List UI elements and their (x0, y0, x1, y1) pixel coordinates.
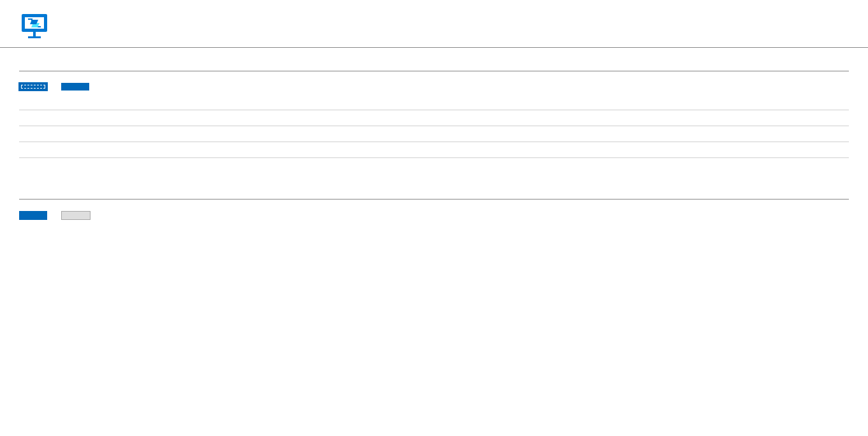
virtual-network-table (19, 226, 849, 231)
column-header-network[interactable] (467, 226, 583, 231)
column-header-enabled-kubernetes[interactable] (152, 226, 243, 231)
virtual-switch-title (19, 68, 849, 71)
column-header-vlan-id[interactable] (376, 226, 467, 231)
column-header-gateway[interactable] (583, 226, 707, 231)
virtual-switch-table (19, 97, 849, 158)
virtual-network-title (19, 196, 849, 200)
add-virtual-switch-button[interactable] (19, 83, 47, 91)
delete-virtual-network-button (61, 211, 90, 220)
column-header-subnet-mask[interactable] (708, 226, 849, 231)
column-header-name[interactable] (19, 226, 152, 231)
networking-icon (19, 10, 50, 41)
virtual-network-section (0, 196, 868, 231)
table-row[interactable] (19, 126, 849, 142)
cell-interface (293, 126, 567, 142)
cell-name (19, 110, 293, 126)
table-row[interactable] (19, 142, 849, 158)
add-virtual-network-button[interactable] (19, 211, 47, 220)
cell-interface (293, 142, 567, 158)
column-header-virtual-switch[interactable] (243, 226, 376, 231)
cell-intent (567, 126, 849, 142)
column-header-intent[interactable] (567, 97, 849, 110)
svg-rect-3 (28, 36, 41, 38)
cell-interface (293, 110, 567, 126)
svg-rect-2 (33, 32, 36, 37)
column-header-network-
interface[interactable] (293, 97, 567, 110)
cell-intent (567, 110, 849, 126)
virtual-switch-section (0, 68, 868, 158)
cell-name (19, 126, 293, 142)
column-header-name[interactable] (19, 97, 293, 110)
table-row[interactable] (19, 110, 849, 126)
delete-virtual-switch-button[interactable] (61, 83, 89, 91)
cell-name (19, 142, 293, 158)
page-header (0, 0, 868, 48)
cell-intent (567, 142, 849, 158)
